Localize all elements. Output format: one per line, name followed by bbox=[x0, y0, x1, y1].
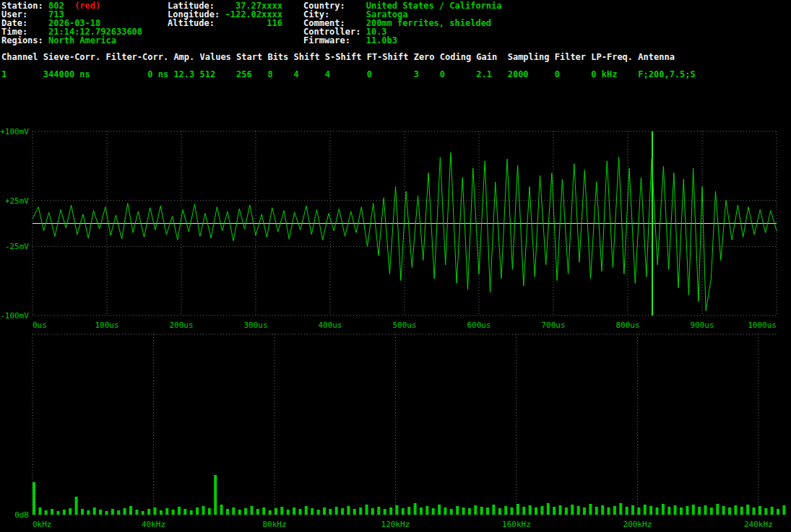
spectrum-bar bbox=[377, 507, 380, 515]
spectrum-bar bbox=[462, 507, 465, 515]
channel-col-header-gain: Gain bbox=[476, 53, 507, 61]
spectrum-bar bbox=[662, 504, 665, 515]
spectrum-bar bbox=[329, 509, 332, 515]
spectrum-bar bbox=[81, 509, 84, 515]
spectrum-bar bbox=[389, 507, 392, 515]
wave-y-tick-label: +25mV bbox=[5, 196, 29, 206]
channel-col-value-zero: 3 bbox=[414, 70, 440, 79]
waveform-trace bbox=[33, 152, 777, 310]
spectrum-bar bbox=[111, 509, 114, 515]
spectrum-bar bbox=[87, 510, 90, 515]
spectrum-bar bbox=[438, 505, 441, 515]
spectrum-bar bbox=[135, 510, 138, 515]
channel-col-header-values: Values bbox=[200, 53, 237, 61]
wave-y-tick-label: -100mV bbox=[0, 311, 29, 320]
spec-x-tick-label: 0kHz bbox=[33, 520, 52, 529]
regions-value: North America bbox=[48, 35, 116, 45]
spectrum-bar bbox=[425, 506, 428, 515]
spectrum-bar bbox=[753, 507, 756, 515]
spectrum-bar bbox=[740, 507, 743, 515]
spectrum-bar bbox=[160, 510, 163, 515]
channel-col-value-filter-corr: 0 ns bbox=[105, 70, 173, 79]
spectrum-bar bbox=[208, 508, 211, 515]
spectrum-bar bbox=[583, 507, 586, 515]
channel-col-header-filter: Filter bbox=[555, 53, 592, 61]
site-info-block: Country:United States / California City:… bbox=[303, 1, 502, 45]
spectrum-bar bbox=[710, 507, 713, 515]
spectrum-bar bbox=[353, 509, 356, 515]
spectrum-bar bbox=[758, 506, 761, 515]
spectrum-bar bbox=[293, 507, 295, 515]
spec-x-tick-label: 160kHz bbox=[502, 520, 531, 529]
spectrum-bar bbox=[117, 510, 120, 515]
spectrum-bar bbox=[746, 505, 749, 515]
spectrum-bar bbox=[57, 511, 60, 515]
station-monitor-screen: Station:802(red) User:713 Date:2026-03-1… bbox=[0, 0, 791, 532]
channel-col-header-shift: Shift bbox=[294, 53, 325, 61]
altitude-row: Altitude:116 bbox=[168, 19, 282, 27]
spectrum-bar bbox=[256, 509, 259, 515]
spectrum-bar bbox=[226, 509, 229, 515]
channel-col-value-lp-freq: 0 kHz bbox=[591, 70, 638, 79]
channel-col-value-ft-shift: 0 bbox=[367, 70, 414, 79]
spectrum-bar bbox=[644, 505, 647, 515]
channel-col-header-coding: Coding bbox=[440, 53, 477, 61]
channel-col-value-filter: 0 bbox=[555, 70, 592, 79]
spectrum-bar bbox=[407, 507, 410, 515]
spectrum-bar bbox=[511, 507, 514, 515]
spectrum-bar bbox=[147, 509, 150, 515]
wave-x-tick-label: 900us bbox=[690, 320, 714, 330]
spectrum-bar bbox=[75, 497, 78, 515]
spectrum-bar bbox=[498, 508, 501, 515]
spectrum-bar bbox=[613, 506, 616, 515]
channel-col-value-sieve-corr: 344000 ns bbox=[43, 70, 106, 79]
channel-table-header: ChannelSieve-Corr.Filter-Corr.Amp.Values… bbox=[1, 53, 701, 61]
spectrum-bar bbox=[214, 475, 217, 515]
spectrum-bar bbox=[317, 510, 320, 515]
station-info-block: Station:802(red) User:713 Date:2026-03-1… bbox=[1, 1, 142, 45]
regions-label: Regions: bbox=[1, 36, 48, 45]
spectrum-bar bbox=[33, 482, 35, 515]
wave-x-tick-label: 500us bbox=[392, 320, 416, 330]
spectrum-bar bbox=[480, 507, 483, 515]
spec-x-tick-label: 40kHz bbox=[142, 520, 165, 529]
wave-x-tick-label: 300us bbox=[243, 320, 267, 330]
spectrum-bar bbox=[45, 510, 48, 515]
wave-x-tick-label: 700us bbox=[541, 320, 565, 330]
spectrum-bar bbox=[196, 507, 199, 515]
spectrum-bar bbox=[51, 509, 53, 515]
spectrum-bar bbox=[667, 507, 670, 515]
spectrum-bar bbox=[366, 505, 368, 515]
spectrum-bar bbox=[262, 507, 265, 515]
spectrum-bar bbox=[716, 504, 719, 515]
spectrum-bar bbox=[764, 508, 767, 515]
wave-x-tick-label: 200us bbox=[169, 320, 193, 330]
spectrum-bar bbox=[359, 507, 362, 515]
spectrum-bar bbox=[371, 508, 374, 515]
spectrum-bar bbox=[722, 506, 725, 515]
spectrum-bar bbox=[335, 507, 338, 515]
spectrum-bar bbox=[547, 503, 550, 515]
channel-col-header-antenna: Antenna bbox=[638, 53, 701, 61]
spectrum-bar bbox=[777, 509, 779, 515]
spectrum-bar bbox=[601, 505, 604, 515]
spectrum-bar bbox=[553, 507, 556, 515]
spectrum-bar bbox=[516, 504, 519, 515]
spectrum-bar bbox=[595, 507, 598, 515]
spectrum-bar bbox=[468, 508, 471, 515]
channel-col-value-coding: 0 bbox=[440, 70, 477, 79]
wave-x-tick-label: 1000us bbox=[748, 320, 777, 330]
spectrum-bar bbox=[432, 508, 435, 515]
spectrum-bar bbox=[504, 506, 507, 515]
spectrum-bar bbox=[244, 508, 247, 515]
spectrum-bar bbox=[522, 507, 525, 515]
spectrum-bar bbox=[734, 505, 737, 515]
spectrum-bar bbox=[450, 509, 453, 515]
channel-col-header-filter-corr: Filter-Corr. bbox=[105, 53, 173, 61]
spec-x-tick-label: 80kHz bbox=[262, 520, 286, 529]
spectrum-bar bbox=[142, 511, 144, 515]
spectrum-bar bbox=[280, 507, 283, 515]
spectrum-bar bbox=[93, 507, 96, 515]
wave-x-tick-label: 800us bbox=[615, 320, 639, 330]
spectrum-bar bbox=[577, 506, 580, 515]
